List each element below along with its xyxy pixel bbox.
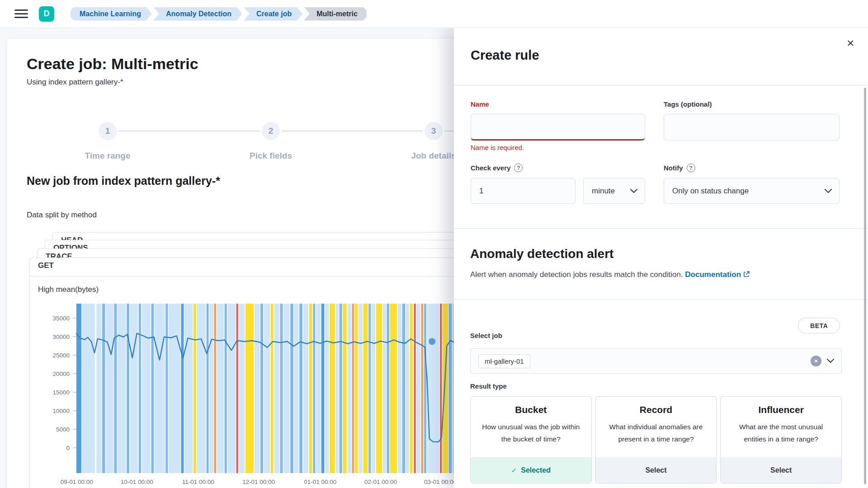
result-card-description: How unusual was the job within the bucke…	[478, 421, 584, 445]
record-action-label: Select	[645, 466, 666, 474]
influencer-select-button[interactable]: Select	[721, 457, 841, 483]
app-logo[interactable]: D	[39, 6, 54, 22]
svg-text:15000: 15000	[52, 389, 70, 396]
svg-text:09-01 00:00: 09-01 00:00	[61, 479, 93, 485]
step-circle-3[interactable]: 3	[425, 122, 443, 140]
svg-text:02-01 00:00: 02-01 00:00	[364, 479, 397, 485]
top-navigation-bar: D Machine Learning Anomaly Detection Cre…	[0, 0, 868, 28]
svg-text:0: 0	[66, 445, 70, 451]
chevron-down-icon	[630, 189, 637, 193]
data-split-label: Data split by method	[27, 211, 97, 220]
anomaly-chart[interactable]: 09-01 00:0010-01 00:0011-01 00:0012-01 0…	[30, 298, 455, 488]
svg-text:11-01 00:00: 11-01 00:00	[182, 479, 214, 485]
notify-value: Only on status change	[672, 187, 749, 196]
check-every-label: Check every	[471, 164, 510, 172]
record-select-button[interactable]: Select	[596, 457, 717, 483]
result-type-cards: Bucket How unusual was the job within th…	[470, 396, 842, 483]
svg-text:25000: 25000	[52, 352, 70, 359]
step-circle-1[interactable]: 1	[99, 122, 117, 140]
combo-icons: ✕	[811, 356, 834, 366]
svg-text:20000: 20000	[52, 371, 70, 377]
name-error-message: Name is required.	[471, 144, 524, 151]
chart-title: High mean(bytes)	[38, 285, 99, 294]
documentation-link[interactable]: Documentation	[685, 270, 749, 279]
check-icon: ✓	[511, 466, 517, 474]
tags-input[interactable]	[664, 114, 840, 141]
breadcrumb-machine-learning[interactable]: Machine Learning	[71, 7, 152, 21]
svg-text:30000: 30000	[52, 333, 70, 340]
svg-text:12-01 00:00: 12-01 00:00	[242, 479, 275, 485]
alert-section-title: Anomaly detection alert	[470, 247, 613, 261]
step-time-range: 1 Time range	[62, 122, 153, 161]
beta-badge: BETA	[798, 318, 840, 333]
page-subtitle: Using index pattern gallery-*	[27, 78, 123, 87]
influencer-action-label: Select	[770, 466, 792, 474]
external-link-icon	[743, 271, 750, 277]
divider	[454, 85, 868, 85]
step-label-time-range[interactable]: Time range	[62, 151, 153, 161]
bucket-selected-button[interactable]: ✓ Selected	[471, 457, 591, 483]
flyout-scrollbar[interactable]	[864, 88, 866, 484]
select-job-label: Select job	[470, 332, 502, 339]
line-marker-dot[interactable]	[429, 338, 435, 345]
tags-label: Tags (optional)	[664, 100, 712, 108]
step-label-pick-fields[interactable]: Pick fields	[226, 151, 316, 161]
description-text: Alert when anomaly detection jobs result…	[470, 270, 683, 279]
unit-value: minute	[592, 187, 615, 196]
result-type-label: Result type	[470, 382, 507, 390]
svg-text:5000: 5000	[56, 426, 70, 433]
result-card-description: What individual anomalies are present in…	[603, 421, 709, 445]
bucket-action-label: Selected	[521, 466, 551, 474]
help-icon[interactable]: ?	[687, 164, 695, 172]
breadcrumb-create-job[interactable]: Create job	[244, 7, 302, 21]
svg-text:10-01 00:00: 10-01 00:00	[121, 479, 153, 485]
divider	[454, 299, 868, 300]
select-job-combobox[interactable]: ml-gallery-01 ✕	[470, 348, 842, 374]
notify-label: Notify	[664, 164, 683, 172]
name-label: Name	[471, 100, 489, 108]
section-title: New job from index pattern gallery-*	[27, 174, 220, 188]
notify-label-row: Notify ?	[664, 164, 695, 172]
result-card-record[interactable]: Record What individual anomalies are pre…	[595, 396, 717, 483]
close-icon[interactable]: ✕	[846, 38, 854, 49]
job-token[interactable]: ml-gallery-01	[478, 354, 530, 368]
breadcrumb: Machine Learning Anomaly Detection Creat…	[71, 7, 368, 21]
check-every-unit-select[interactable]: minute	[583, 178, 645, 204]
breadcrumb-anomaly-detection[interactable]: Anomaly Detection	[153, 7, 242, 21]
step-pick-fields: 2 Pick fields	[226, 122, 316, 161]
step-circle-2[interactable]: 2	[262, 122, 280, 140]
documentation-link-text: Documentation	[685, 270, 741, 279]
result-card-bucket[interactable]: Bucket How unusual was the job within th…	[470, 396, 592, 483]
result-card-title: Influencer	[721, 404, 841, 415]
flyout-title: Create rule	[471, 48, 539, 63]
help-icon[interactable]: ?	[514, 164, 523, 172]
check-every-input[interactable]	[471, 178, 576, 204]
chevron-down-icon	[827, 359, 834, 363]
result-card-title: Record	[596, 404, 717, 415]
notify-select[interactable]: Only on status change	[664, 178, 840, 204]
svg-text:01-01 00:00: 01-01 00:00	[304, 479, 336, 485]
page-title: Create job: Multi-metric	[27, 55, 198, 73]
name-input[interactable]	[471, 114, 645, 141]
divider	[454, 228, 868, 229]
breadcrumb-current-multi-metric: Multi-metric	[304, 7, 367, 21]
anomaly-bands	[76, 304, 454, 473]
result-card-title: Bucket	[471, 404, 591, 415]
menu-icon[interactable]	[14, 9, 28, 19]
result-card-influencer[interactable]: Influencer What are the most unusual ent…	[720, 396, 842, 483]
svg-text:03-01 00:00: 03-01 00:00	[424, 479, 455, 485]
clear-selection-icon[interactable]: ✕	[811, 356, 821, 366]
svg-text:10000: 10000	[52, 408, 70, 414]
check-every-label-row: Check every ?	[471, 164, 523, 172]
create-rule-flyout: Create rule ✕ Name Name is required. Tag…	[454, 28, 868, 488]
result-card-description: What are the most unusual entities in a …	[728, 421, 834, 445]
alert-section-description: Alert when anomaly detection jobs result…	[470, 270, 750, 279]
svg-text:35000: 35000	[52, 315, 70, 322]
chevron-down-icon	[825, 189, 832, 193]
